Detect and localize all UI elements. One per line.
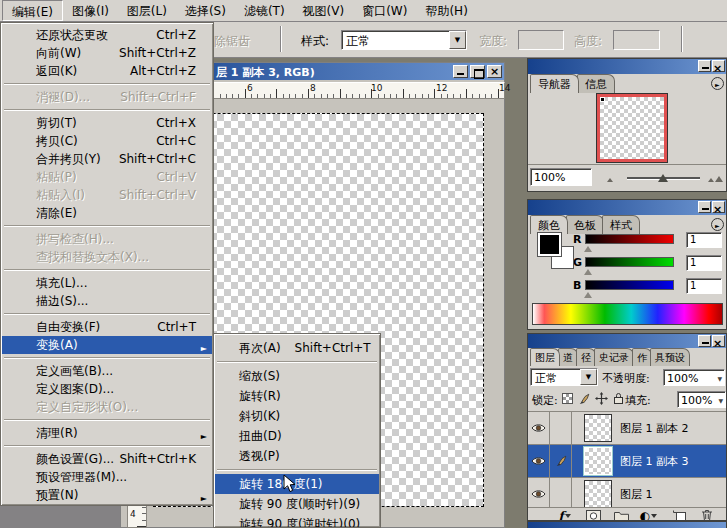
lock-paint-button[interactable]	[576, 391, 592, 406]
menu-item[interactable]: 预设管理器(M)...	[2, 468, 212, 486]
minimize-button[interactable]	[698, 335, 711, 347]
navigator-titlebar[interactable]	[528, 59, 726, 74]
menu-item[interactable]: 还原状态更改 Ctrl+Z	[2, 26, 212, 44]
menubar-item[interactable]: 图像(I)	[63, 0, 118, 21]
menu-item[interactable]: 返回(K) Alt+Ctrl+Z	[2, 62, 212, 80]
layers-titlebar[interactable]	[528, 334, 726, 348]
menubar-item[interactable]: 编辑(E)	[2, 0, 63, 21]
foreground-color-swatch[interactable]	[538, 233, 561, 256]
docked-panel-titlebar[interactable]	[527, 521, 727, 528]
green-slider[interactable]	[585, 257, 674, 267]
menubar-item[interactable]: 滤镜(T)	[235, 0, 294, 21]
menu-item[interactable]: 旋转 90 度(顺时针)(9)	[215, 494, 379, 514]
blend-mode-dropdown[interactable]: 正常	[530, 368, 598, 386]
zoom-in-button[interactable]	[704, 171, 727, 185]
height-field[interactable]	[613, 30, 660, 50]
layer-thumbnail[interactable]	[584, 414, 612, 442]
slider-thumb-icon[interactable]	[658, 174, 668, 182]
menu-item[interactable]: 粘贴(P) Ctrl+V	[2, 168, 212, 186]
red-value-field[interactable]: 1	[686, 232, 722, 248]
menu-item[interactable]: 定义自定形状(O)...	[2, 398, 212, 416]
slider-thumb-icon[interactable]	[584, 292, 592, 298]
panel-menu-button[interactable]	[711, 218, 724, 231]
menu-item[interactable]: 粘贴入(I) Shift+Ctrl+V	[2, 186, 212, 204]
zoom-out-button[interactable]	[598, 171, 623, 185]
fill-field[interactable]: 100%	[677, 391, 726, 408]
style-dropdown[interactable]: 正常	[341, 30, 467, 50]
visibility-toggle[interactable]	[528, 478, 550, 511]
close-button[interactable]	[487, 65, 502, 78]
navigator-thumbnail[interactable]	[597, 94, 667, 162]
opacity-field[interactable]: 100%	[663, 369, 725, 386]
close-button[interactable]	[712, 335, 725, 347]
lock-position-button[interactable]	[593, 391, 609, 406]
delete-layer-button[interactable]	[698, 509, 716, 521]
visibility-toggle[interactable]	[528, 412, 550, 445]
menu-item[interactable]: 旋转 180 度(1)	[215, 474, 379, 494]
dropdown-arrow-icon[interactable]	[449, 31, 466, 49]
panel-tab[interactable]: 颜色	[530, 215, 568, 234]
menu-item[interactable]: 清除(E)	[2, 204, 212, 222]
menu-item[interactable]: 剪切(T) Ctrl+X	[2, 114, 212, 132]
panel-tab[interactable]: 道	[558, 348, 578, 366]
menu-item[interactable]: 描边(S)...	[2, 292, 212, 310]
menubar-item[interactable]: 帮助(H)	[416, 0, 476, 21]
zoom-slider[interactable]	[627, 171, 700, 185]
panel-menu-button[interactable]	[711, 77, 724, 90]
visibility-toggle[interactable]	[528, 445, 550, 478]
menu-item[interactable]: 消褪(D)... Shift+Ctrl+F	[2, 88, 212, 106]
lock-transparency-button[interactable]	[559, 391, 575, 406]
menu-item[interactable]: 定义图案(D)...	[2, 380, 212, 398]
layer-row[interactable]: 图层 1 副本 3	[528, 445, 726, 478]
blue-value-field[interactable]: 1	[686, 278, 722, 294]
menu-item[interactable]: 合并拷贝(Y) Shift+Ctrl+C	[2, 150, 212, 168]
panel-tab[interactable]: 具预设	[650, 348, 690, 366]
menu-item[interactable]: 拼写检查(H)...	[2, 230, 212, 248]
layer-style-button[interactable]: ƒ	[556, 509, 574, 521]
menubar-item[interactable]: 视图(V)	[294, 0, 354, 21]
menubar-item[interactable]: 选择(S)	[176, 0, 235, 21]
close-button[interactable]	[712, 201, 725, 213]
red-slider[interactable]	[585, 234, 674, 244]
paint-indicator-cell[interactable]	[550, 412, 572, 445]
green-value-field[interactable]: 1	[686, 255, 722, 271]
menu-item[interactable]: 旋转(R)	[215, 386, 379, 406]
close-button[interactable]	[712, 60, 725, 72]
minimize-button[interactable]	[698, 201, 711, 213]
menu-item[interactable]: 再次(A) Shift+Ctrl+T	[215, 338, 379, 358]
minimize-button[interactable]	[698, 60, 711, 72]
menu-item[interactable]: 变换(A)	[2, 336, 212, 354]
menu-item[interactable]: 清理(R)	[2, 424, 212, 442]
lock-all-button[interactable]	[610, 391, 626, 406]
menu-item[interactable]: 缩放(S)	[215, 366, 379, 386]
menubar-item[interactable]: 图层(L)	[118, 0, 176, 21]
panel-tab[interactable]: 信息	[577, 74, 615, 93]
menu-item[interactable]: 定义画笔(B)...	[2, 362, 212, 380]
color-titlebar[interactable]	[528, 200, 726, 215]
panel-tab[interactable]: 导航器	[530, 74, 579, 93]
menu-item[interactable]: 颜色设置(G)... Shift+Ctrl+K	[2, 450, 212, 468]
dropdown-arrow-icon[interactable]	[580, 369, 597, 385]
blue-slider[interactable]	[585, 280, 674, 290]
panel-tab[interactable]: 史记录	[594, 348, 634, 366]
menu-item[interactable]: 向前(W) Shift+Ctrl+Z	[2, 44, 212, 62]
paint-indicator-cell[interactable]	[550, 478, 572, 511]
slider-thumb-icon[interactable]	[584, 246, 592, 252]
menu-item[interactable]: 预置(N)	[2, 486, 212, 504]
menu-item[interactable]: 旋转 90 度(逆时针)(0)	[215, 514, 379, 528]
maximize-button[interactable]	[470, 65, 485, 78]
minimize-button[interactable]	[453, 65, 468, 78]
menu-item[interactable]: 拷贝(C) Ctrl+C	[2, 132, 212, 150]
menu-item[interactable]: 斜切(K)	[215, 406, 379, 426]
paint-indicator-cell[interactable]	[550, 445, 572, 478]
menu-item[interactable]: 填充(L)...	[2, 274, 212, 292]
layer-thumbnail[interactable]	[584, 447, 612, 475]
slider-thumb-icon[interactable]	[584, 269, 592, 275]
menu-item[interactable]: 透视(P)	[215, 446, 379, 466]
color-spectrum-bar[interactable]	[532, 303, 723, 325]
menu-item[interactable]: 扭曲(D)	[215, 426, 379, 446]
new-group-button[interactable]	[612, 509, 630, 521]
width-field[interactable]	[518, 30, 564, 50]
adjustment-layer-button[interactable]: ◐	[640, 509, 658, 521]
new-layer-button[interactable]	[670, 509, 688, 521]
